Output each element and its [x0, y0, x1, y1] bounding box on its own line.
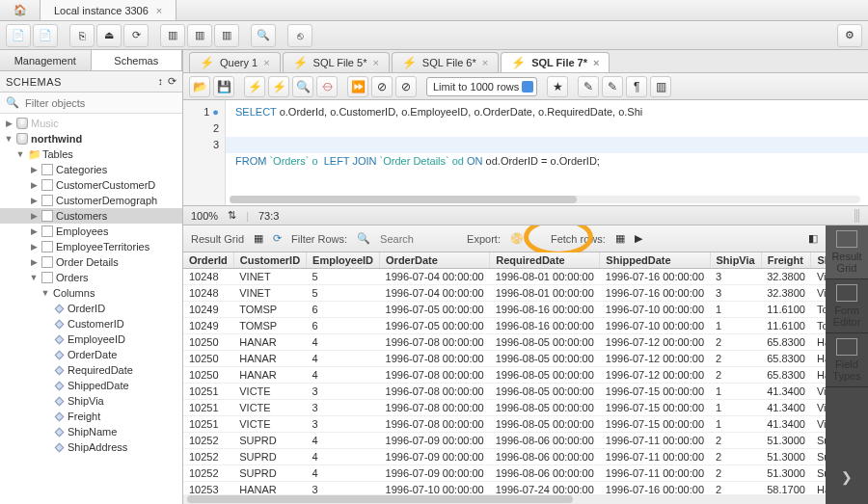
query-tab[interactable]: ⚡Query 1×: [189, 52, 281, 72]
column-header[interactable]: Freight: [761, 252, 811, 269]
tree-column[interactable]: ShipAddress: [0, 439, 182, 455]
schemas-refresh-icon[interactable]: ⟳: [168, 75, 177, 88]
query-tab[interactable]: ⚡SQL File 6*×: [392, 52, 499, 72]
beautify-button[interactable]: ★: [547, 76, 568, 97]
sql-editor[interactable]: 1 ● 2 3 SELECT o.OrderId, o.CustomerID, …: [183, 100, 868, 206]
column-header[interactable]: Sh: [811, 252, 826, 269]
tab-management[interactable]: Management: [0, 50, 92, 70]
query-tab[interactable]: ⚡SQL File 5*×: [283, 52, 390, 72]
autocommit-button[interactable]: ⊘: [395, 76, 417, 97]
tree-column[interactable]: ShipName: [0, 424, 182, 439]
zoom-stepper-icon[interactable]: ⇅: [228, 209, 236, 222]
query-tab[interactable]: ⚡SQL File 7*×: [501, 52, 610, 72]
refresh-icon[interactable]: ⟳: [273, 232, 282, 245]
grid-view-icon[interactable]: ▦: [254, 232, 263, 245]
table-row[interactable]: 10251VICTE31996-07-08 00:00:001996-08-05…: [183, 384, 826, 400]
table-row[interactable]: 10250HANAR41996-07-08 00:00:001996-08-05…: [183, 367, 826, 384]
execute-current-button[interactable]: ⚡: [268, 76, 289, 97]
editor-code[interactable]: SELECT o.OrderId, o.CustomerID, o.Employ…: [226, 100, 642, 205]
tree-table[interactable]: ▶CustomerDemograph: [0, 193, 182, 208]
toolbar-button-8[interactable]: ▥: [214, 24, 239, 47]
tree-column[interactable]: CustomerID: [0, 316, 182, 332]
commit-button[interactable]: ⏩: [347, 76, 368, 97]
tree-column[interactable]: Freight: [0, 409, 182, 424]
table-row[interactable]: 10251VICTE31996-07-08 00:00:001996-08-05…: [183, 416, 826, 433]
schema-tree[interactable]: ▶Music ▼northwind ▼📁Tables ▶Categories▶C…: [0, 114, 182, 504]
tree-db[interactable]: ▶Music: [0, 116, 182, 131]
wrap-cell-button[interactable]: ◧: [808, 232, 818, 245]
stop-button[interactable]: ⦵: [316, 76, 338, 97]
limit-rows-select[interactable]: Limit to 1000 rows: [426, 77, 537, 96]
table-row[interactable]: 10253HANAR31996-07-10 00:00:001996-07-24…: [183, 482, 826, 495]
tree-column[interactable]: OrderDate: [0, 347, 182, 362]
fetch-next-button[interactable]: ▶: [635, 232, 642, 245]
tool-button-c[interactable]: ¶: [626, 76, 647, 97]
tree-table[interactable]: ▼Orders: [0, 270, 182, 285]
close-icon[interactable]: ×: [593, 57, 599, 68]
new-sql-tab-button[interactable]: 📄: [6, 24, 31, 47]
execute-button[interactable]: ⚡: [244, 76, 265, 97]
export-button[interactable]: 📀: [510, 232, 524, 245]
column-header[interactable]: CustomerID: [233, 252, 306, 269]
tree-table[interactable]: ▶Order Details: [0, 254, 182, 270]
table-row[interactable]: 10248VINET51996-07-04 00:00:001996-08-01…: [183, 269, 826, 285]
tree-column[interactable]: RequiredDate: [0, 362, 182, 378]
tree-table[interactable]: ▶Customers: [0, 208, 182, 224]
tree-db[interactable]: ▼northwind: [0, 131, 182, 146]
tool-button-a[interactable]: ✎: [578, 76, 599, 97]
table-row[interactable]: 10250HANAR41996-07-08 00:00:001996-08-05…: [183, 351, 826, 367]
side-collapse[interactable]: ❯: [826, 450, 868, 504]
toolbar-button-6[interactable]: ▥: [160, 24, 185, 47]
toolbar-button-7[interactable]: ▥: [187, 24, 212, 47]
result-grid[interactable]: OrderIdCustomerIDEmployeeIDOrderDateRequ…: [183, 252, 826, 494]
side-result-grid[interactable]: Result Grid: [826, 225, 868, 279]
table-row[interactable]: 10252SUPRD41996-07-09 00:00:001996-08-06…: [183, 433, 826, 449]
table-row[interactable]: 10249TOMSP61996-07-05 00:00:001996-08-16…: [183, 318, 826, 334]
toolbar-button-5[interactable]: ⟳: [123, 24, 149, 47]
table-row[interactable]: 10251VICTE31996-07-08 00:00:001996-08-05…: [183, 400, 826, 416]
column-header[interactable]: ShipVia: [710, 252, 761, 269]
tree-column[interactable]: OrderID: [0, 301, 182, 316]
zoom-level[interactable]: 100%: [191, 210, 218, 222]
column-header[interactable]: OrderDate: [380, 252, 490, 269]
tab-schemas[interactable]: Schemas: [92, 50, 183, 70]
tree-table[interactable]: ▶Employees: [0, 224, 182, 239]
column-header[interactable]: OrderId: [183, 252, 233, 269]
tool-button-d[interactable]: ▥: [650, 76, 671, 97]
filter-objects-input[interactable]: [25, 97, 176, 109]
open-sql-button[interactable]: 📄: [33, 24, 58, 47]
tree-table[interactable]: ▶Categories: [0, 162, 182, 177]
tree-column[interactable]: EmployeeID: [0, 332, 182, 347]
home-tab[interactable]: 🏠: [0, 0, 41, 20]
rollback-button[interactable]: ⊘: [371, 76, 393, 97]
toolbar-button-4[interactable]: ⏏: [96, 24, 122, 47]
table-row[interactable]: 10249TOMSP61996-07-05 00:00:001996-08-16…: [183, 302, 826, 318]
connection-tab[interactable]: Local instance 3306 ×: [41, 0, 176, 20]
schemas-expand-icon[interactable]: ↕: [158, 75, 164, 88]
tool-button-b[interactable]: ✎: [602, 76, 623, 97]
toolbar-button-9[interactable]: 🔍: [251, 24, 276, 47]
table-row[interactable]: 10252SUPRD41996-07-09 00:00:001996-08-06…: [183, 465, 826, 482]
filter-rows-input[interactable]: [380, 233, 457, 245]
tree-table[interactable]: ▶EmployeeTerritories: [0, 239, 182, 254]
close-icon[interactable]: ×: [372, 57, 378, 68]
fetch-rows-button[interactable]: ▦: [615, 232, 625, 245]
explain-button[interactable]: 🔍: [292, 76, 313, 97]
tree-column[interactable]: ShippedDate: [0, 378, 182, 393]
toolbar-button-10[interactable]: ⎋: [287, 24, 312, 47]
close-icon[interactable]: ×: [263, 57, 269, 68]
column-header[interactable]: EmployeeID: [307, 252, 380, 269]
tree-columns-folder[interactable]: ▼Columns: [0, 285, 182, 301]
splitter-grip-icon[interactable]: [854, 209, 860, 223]
settings-button[interactable]: ⚙: [837, 24, 862, 47]
tree-column[interactable]: ShipVia: [0, 393, 182, 409]
toolbar-button-3[interactable]: ⎘: [69, 24, 95, 47]
table-row[interactable]: 10250HANAR41996-07-08 00:00:001996-08-05…: [183, 334, 826, 351]
tree-tables-folder[interactable]: ▼📁Tables: [0, 146, 182, 162]
save-file-button[interactable]: 💾: [213, 76, 234, 97]
side-form-editor[interactable]: Form Editor: [826, 279, 868, 333]
table-row[interactable]: 10248VINET51996-07-04 00:00:001996-08-01…: [183, 285, 826, 302]
table-row[interactable]: 10252SUPRD41996-07-09 00:00:001996-08-06…: [183, 449, 826, 465]
close-icon[interactable]: ×: [482, 57, 488, 68]
result-hscrollbar[interactable]: [183, 494, 826, 504]
